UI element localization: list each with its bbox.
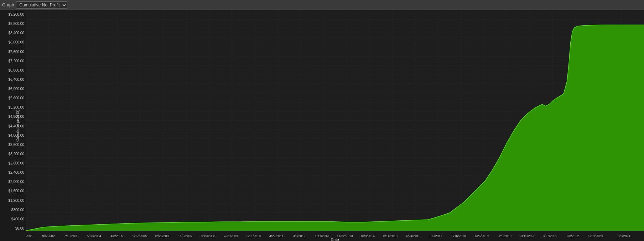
svg-text:5/28/2004: 5/28/2004 bbox=[87, 234, 101, 238]
y-label-1200: $1,200.00 bbox=[9, 199, 25, 203]
svg-text:7/8/2022: 7/8/2022 bbox=[566, 234, 579, 238]
svg-text:3/16/2018: 3/16/2018 bbox=[452, 234, 466, 238]
svg-text:8/27/2021: 8/27/2021 bbox=[543, 234, 557, 238]
svg-text:4/8/2005: 4/8/2005 bbox=[110, 234, 123, 238]
y-label-8800: $8,800.00 bbox=[9, 22, 25, 26]
y-label-6000: $6,000.00 bbox=[9, 87, 25, 91]
svg-text:6/24/2016: 6/24/2016 bbox=[406, 234, 420, 238]
svg-text:6/11/2010: 6/11/2010 bbox=[246, 234, 261, 238]
svg-text:10/3/2014: 10/3/2014 bbox=[360, 234, 375, 238]
y-label-0: $0.00 bbox=[15, 227, 24, 230]
svg-text:12/6/2019: 12/6/2019 bbox=[497, 234, 511, 238]
svg-text:5/19/2023: 5/19/2023 bbox=[588, 234, 603, 238]
svg-text:5/5/2017: 5/5/2017 bbox=[430, 234, 442, 238]
y-label-6400: $6,400.00 bbox=[9, 78, 25, 82]
graph-label: Graph bbox=[2, 2, 14, 7]
y-label-6800: $6,800.00 bbox=[9, 69, 25, 72]
svg-text:4/22/2011: 4/22/2011 bbox=[269, 234, 284, 238]
svg-text:3/2/2012: 3/2/2012 bbox=[293, 234, 305, 238]
svg-text:8/2/2024: 8/2/2024 bbox=[618, 234, 630, 238]
y-label-400: $400.00 bbox=[11, 218, 24, 221]
svg-text:1/25/2019: 1/25/2019 bbox=[474, 234, 489, 238]
svg-text:10/16/2020: 10/16/2020 bbox=[519, 234, 535, 238]
y-label-7600: $7,600.00 bbox=[9, 50, 25, 54]
svg-text:9/6/2002: 9/6/2002 bbox=[42, 234, 54, 238]
svg-text:11/9/2007: 11/9/2007 bbox=[178, 234, 192, 238]
chart-area: 6/15/2001 9/6/2002 7/18/2003 5/28/2004 4… bbox=[26, 10, 644, 241]
y-label-8400: $8,400.00 bbox=[9, 31, 25, 35]
chart-svg: 6/15/2001 9/6/2002 7/18/2003 5/28/2004 4… bbox=[26, 10, 644, 241]
y-label-2800: $2,800.00 bbox=[9, 162, 25, 165]
y-label-2400: $2,400.00 bbox=[9, 171, 25, 174]
svg-text:12/29/2006: 12/29/2006 bbox=[154, 234, 170, 238]
x-axis-title: Date bbox=[331, 237, 339, 241]
y-label-5600: $5,600.00 bbox=[9, 96, 25, 100]
y-label-1600: $1,600.00 bbox=[9, 189, 25, 193]
y-label-800: $800.00 bbox=[11, 208, 24, 212]
toolbar: Graph Cumulative Net ProfitNet ProfitDra… bbox=[0, 0, 644, 10]
chart-container: Cumulative profit ($) $9,200.00 $8,800.0… bbox=[0, 10, 644, 241]
y-label-3600: $3,600.00 bbox=[9, 143, 25, 147]
y-label-5200: $5,200.00 bbox=[9, 106, 25, 109]
y-label-3200: $3,200.00 bbox=[9, 152, 25, 156]
svg-text:11/22/2013: 11/22/2013 bbox=[337, 234, 353, 238]
y-label-9200: $9,200.00 bbox=[9, 13, 25, 16]
svg-text:6/15/2001: 6/15/2001 bbox=[26, 234, 33, 238]
y-label-7200: $7,200.00 bbox=[9, 59, 25, 63]
y-axis: Cumulative profit ($) $9,200.00 $8,800.0… bbox=[0, 10, 26, 241]
svg-text:7/31/2009: 7/31/2009 bbox=[224, 234, 238, 238]
svg-text:7/18/2003: 7/18/2003 bbox=[64, 234, 78, 238]
metric-dropdown[interactable]: Cumulative Net ProfitNet ProfitDrawdown bbox=[16, 1, 67, 9]
svg-text:2/17/2006: 2/17/2006 bbox=[133, 234, 147, 238]
svg-text:9/19/2008: 9/19/2008 bbox=[201, 234, 215, 238]
svg-text:8/14/2015: 8/14/2015 bbox=[383, 234, 398, 238]
svg-text:1/11/2013: 1/11/2013 bbox=[315, 234, 329, 238]
y-label-8000: $8,000.00 bbox=[9, 41, 25, 44]
y-axis-title: Cumulative profit ($) bbox=[16, 109, 20, 141]
y-label-2000: $2,000.00 bbox=[9, 180, 25, 184]
